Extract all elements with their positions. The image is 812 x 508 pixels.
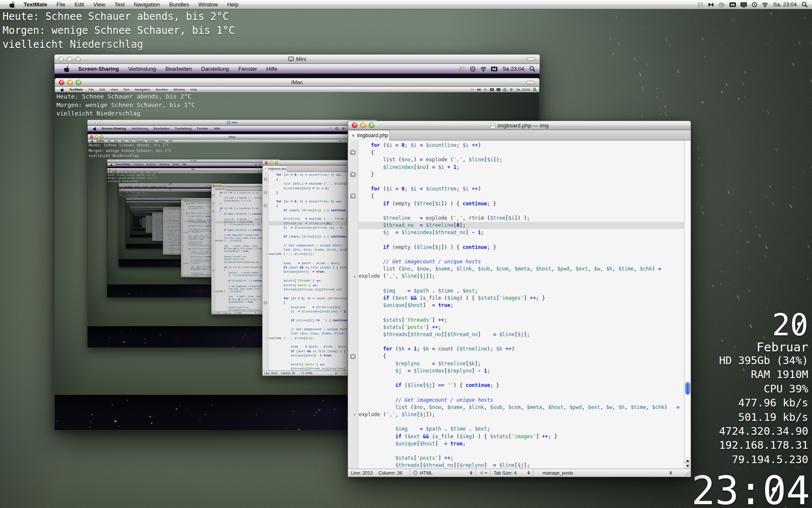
- istat-bars-icon[interactable]: [471, 88, 475, 91]
- status-language-select[interactable]: HTML: [149, 232, 149, 233]
- menubar-item-verbindung[interactable]: Verbindung: [134, 199, 139, 200]
- istat-bars-icon[interactable]: [336, 140, 338, 142]
- gear-icon[interactable]: [340, 372, 346, 375]
- zoom-button[interactable]: [100, 121, 103, 124]
- menubar-item-hilfe[interactable]: Hilfe: [262, 66, 282, 72]
- minimize-button[interactable]: [95, 135, 99, 138]
- menubar-app-name[interactable]: Screen-Sharing: [114, 163, 132, 166]
- menubar-clock[interactable]: Sa. 23:04: [772, 1, 798, 8]
- zoom-button[interactable]: [100, 135, 104, 138]
- minimize-button[interactable]: [184, 199, 185, 200]
- menubar-item-bundles[interactable]: Bundles: [165, 1, 194, 8]
- fold-marker-icon[interactable]: [212, 269, 214, 271]
- menubar-app-name[interactable]: TextMate: [19, 1, 52, 8]
- fold-marker-icon[interactable]: [264, 178, 267, 181]
- istat-bars-icon[interactable]: [329, 127, 333, 130]
- istat-bars-icon[interactable]: [697, 2, 704, 8]
- menubar-item-bearbeiten[interactable]: Bearbeiten: [145, 163, 158, 166]
- tab-imgboard[interactable]: ✕imgboard.php: [348, 130, 390, 141]
- toolbar-pill-button[interactable]: [526, 80, 535, 84]
- resize-grip[interactable]: [683, 469, 690, 476]
- istat-bars-icon[interactable]: [255, 171, 256, 173]
- minimize-button[interactable]: [121, 189, 123, 190]
- menubar-item-darstellung[interactable]: Darstellung: [158, 163, 171, 166]
- istat-bars-icon[interactable]: [177, 199, 178, 200]
- menubar-item-help[interactable]: Help: [140, 210, 141, 210]
- menubar-item-navigation[interactable]: Navigation: [135, 190, 140, 191]
- menubar-item-window[interactable]: Window: [156, 140, 167, 142]
- status-language-select[interactable]: HTML: [305, 372, 313, 375]
- apple-menu-icon[interactable]: [4, 1, 19, 8]
- status-language-select[interactable]: HTML: [237, 312, 242, 314]
- language-stepper-icon[interactable]: [207, 276, 207, 277]
- menubar-item-verbindung[interactable]: Verbindung: [123, 66, 161, 72]
- istat-bars-icon[interactable]: [251, 163, 253, 166]
- menubar-item-view[interactable]: View: [126, 171, 131, 173]
- display-icon[interactable]: [497, 88, 501, 91]
- menubar-item-verbindung[interactable]: Verbindung: [135, 207, 138, 208]
- menubar-item-navigation[interactable]: Navigation: [134, 140, 146, 142]
- close-button[interactable]: [109, 168, 111, 171]
- imac-window-titlebar[interactable]: iMac: [88, 134, 377, 139]
- fold-marker-icon[interactable]: [181, 210, 183, 211]
- tab-close-icon[interactable]: ✕: [213, 188, 214, 190]
- wifi-icon[interactable]: [762, 2, 768, 8]
- menubar-app-name[interactable]: Screen-Sharing: [128, 199, 134, 200]
- fold-marker-icon[interactable]: [163, 238, 164, 239]
- menubar-clock[interactable]: Sa 23:04: [502, 66, 525, 72]
- wifi-icon[interactable]: [209, 186, 210, 187]
- close-button[interactable]: [213, 184, 215, 186]
- timemachine-icon[interactable]: [751, 2, 758, 8]
- istat-bars-icon[interactable]: [459, 66, 466, 72]
- tab-imgboard[interactable]: ✕imgboard.php: [263, 166, 288, 172]
- menubar-item-bundles[interactable]: Bundles: [142, 171, 148, 173]
- caffeine-cup-icon[interactable]: [483, 88, 488, 91]
- menubar-item-darstellung[interactable]: Darstellung: [172, 127, 194, 130]
- status-symbol-select[interactable]: manage_posts: [543, 470, 573, 475]
- minimize-button[interactable]: [95, 121, 98, 124]
- menubar-item-bundles[interactable]: Bundles: [153, 88, 170, 91]
- wifi-icon[interactable]: [509, 88, 513, 91]
- menubar-item-file[interactable]: File: [86, 88, 97, 91]
- menubar-app-name[interactable]: Screen-Sharing: [99, 127, 129, 130]
- zoom-button[interactable]: [275, 161, 278, 164]
- menubar-app-name[interactable]: TextMate: [111, 171, 118, 173]
- fold-marker-icon[interactable]: [181, 250, 183, 251]
- menubar-item-bundles[interactable]: Bundles: [140, 190, 144, 191]
- menubar-item-bearbeiten[interactable]: Bearbeiten: [151, 127, 173, 130]
- menubar-item-window[interactable]: Window: [148, 171, 154, 173]
- caffeine-cup-icon[interactable]: [260, 171, 261, 173]
- menubar-app-name[interactable]: Screen-Sharing: [132, 207, 135, 208]
- minimize-button[interactable]: [216, 184, 218, 186]
- menubar-item-help[interactable]: Help: [222, 1, 243, 8]
- menubar-item-window[interactable]: Window: [194, 1, 222, 8]
- wifi-icon[interactable]: [180, 199, 181, 200]
- menubar-item-help[interactable]: Help: [143, 202, 144, 203]
- apple-menu-icon[interactable]: [90, 127, 99, 130]
- editor-window[interactable]: imgboard.php — img✕imgboard.php for ($i …: [348, 121, 691, 477]
- menubar-item-hilfe[interactable]: Hilfe: [145, 207, 147, 208]
- imac-window-titlebar[interactable]: iMac: [55, 78, 540, 87]
- menubar-item-hilfe[interactable]: Hilfe: [163, 186, 167, 187]
- menubar-item-hilfe[interactable]: Hilfe: [181, 163, 188, 166]
- menubar-item-help[interactable]: Help: [147, 190, 150, 191]
- menubar-item-verbindung[interactable]: Verbindung: [134, 186, 142, 187]
- menubar-item-navigation[interactable]: Navigation: [135, 171, 143, 173]
- apple-menu-icon[interactable]: [59, 66, 74, 72]
- zoom-button[interactable]: [115, 160, 117, 162]
- scroll-up-button[interactable]: [684, 458, 691, 463]
- tab-imgboard[interactable]: ✕imgboard.php: [211, 187, 226, 191]
- wifi-icon[interactable]: [341, 127, 346, 130]
- menubar-item-edit[interactable]: Edit: [70, 1, 88, 8]
- menubar-item-window[interactable]: Window: [170, 88, 188, 91]
- close-button[interactable]: [58, 56, 64, 62]
- timemachine-icon[interactable]: [207, 186, 208, 187]
- apple-menu-icon[interactable]: [108, 171, 111, 173]
- scroll-down-button[interactable]: [684, 463, 691, 469]
- language-stepper-icon[interactable]: [178, 254, 179, 254]
- code-area[interactable]: for ($i = 0; $i < $countline; $i ++) { l…: [359, 141, 684, 469]
- timemachine-icon[interactable]: [178, 199, 179, 200]
- fold-marker-icon[interactable]: [212, 202, 214, 204]
- menubar-app-name[interactable]: TextMate: [121, 190, 126, 191]
- fold-marker-icon[interactable]: [163, 217, 164, 218]
